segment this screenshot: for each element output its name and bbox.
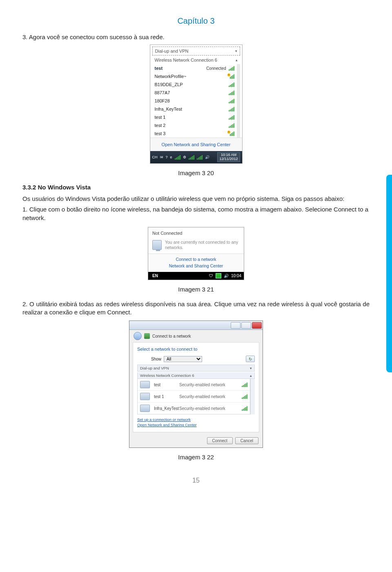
net-name: test xyxy=(155,66,207,71)
network-row[interactable]: B19DDE_ZLP xyxy=(152,80,237,89)
net-name: Infra_KeyTest xyxy=(154,406,179,411)
net-name: test 1 xyxy=(154,394,179,399)
net-name: test 2 xyxy=(155,123,229,128)
network-globe-icon xyxy=(144,333,150,339)
network-list: testConnected NetworkProfile~! B19DDE_ZL… xyxy=(152,64,240,138)
monitor-icon xyxy=(140,381,150,388)
maximize-button[interactable] xyxy=(241,322,251,329)
net-name: 180F28 xyxy=(155,98,229,103)
tray-icon[interactable]: 🛡 xyxy=(209,274,213,278)
monitor-icon xyxy=(152,240,162,250)
group-wnc[interactable]: Wireless Network Connection 6 ▴ xyxy=(137,372,255,379)
clock[interactable]: 10:16 AM 12/11/2012 xyxy=(217,152,240,162)
scrollbar[interactable] xyxy=(250,379,255,414)
taskbar: EN 🛡 🔊 10:04 xyxy=(148,272,244,280)
page-number: 15 xyxy=(22,477,370,484)
network-row[interactable]: NetworkProfile~! xyxy=(152,72,237,80)
network-row[interactable]: testConnected xyxy=(152,64,237,72)
net-name: B19DDE_ZLP xyxy=(155,82,229,87)
show-select[interactable]: All xyxy=(164,356,202,362)
network-row[interactable]: test 1Security-enabled network xyxy=(138,390,250,402)
lang-indicator[interactable]: CH xyxy=(152,155,158,159)
signal-icon xyxy=(229,107,234,111)
tray-icon[interactable]: e xyxy=(170,155,172,159)
net-name: NetworkProfile~ xyxy=(155,74,229,79)
signal-icon xyxy=(229,82,234,87)
caption-1: Imagem 3 20 xyxy=(22,169,370,176)
net-name: test 3 xyxy=(155,131,229,136)
signal-icon: ! xyxy=(229,74,234,79)
clock-time[interactable]: 10:04 xyxy=(231,274,241,278)
taskbar: CH ✉ ? e ⚙ 🔊 10:16 AM 12/11/2012 xyxy=(150,151,242,163)
network-row[interactable]: 8877A7 xyxy=(152,89,237,97)
chapter-title: Capítulo 3 xyxy=(22,16,370,26)
connect-network-link[interactable]: Connect to a network xyxy=(148,256,244,263)
show-label: Show xyxy=(151,357,161,361)
caption-2: Imagem 3 21 xyxy=(22,286,370,293)
chevron-down-icon: ▾ xyxy=(250,366,252,370)
monitor-icon xyxy=(140,405,150,412)
signal-icon xyxy=(242,406,247,411)
net-security: Security-enabled network xyxy=(179,406,242,411)
network-row[interactable]: Infra_KeyTestSecurity-enabled network xyxy=(138,402,250,414)
wnc-label: Wireless Network Connection 6 xyxy=(155,58,217,62)
dialup-row[interactable]: Dial-up and VPN ▾ xyxy=(152,47,240,56)
net-security: Security-enabled network xyxy=(179,394,242,399)
screenshot-win7-flyout: Dial-up and VPN ▾ Wireless Network Conne… xyxy=(150,45,243,164)
monitor-icon xyxy=(140,393,150,400)
net-name: Infra_KeyTest xyxy=(155,107,229,111)
network-row[interactable]: Infra_KeyTest xyxy=(152,105,237,113)
signal-icon xyxy=(229,115,234,120)
setup-connection-link[interactable]: Set up a connection or network xyxy=(137,417,255,422)
para-1: Os usuários do Windows Vista poderão uti… xyxy=(22,195,370,203)
section-heading: 3.3.2 No Windows Vista xyxy=(22,184,370,191)
para-3: 2. O utilitário exibirá todas as redes w… xyxy=(22,300,370,317)
net-name: test xyxy=(154,383,179,387)
net-name: 8877A7 xyxy=(155,90,229,95)
dialup-label: Dial-up and VPN xyxy=(155,49,189,53)
refresh-button[interactable]: ↻ xyxy=(246,356,255,362)
tray-icon[interactable]: ✉ xyxy=(160,155,163,159)
network-icon[interactable] xyxy=(216,273,221,278)
connect-button[interactable]: Connect xyxy=(207,437,233,444)
net-security: Security-enabled network xyxy=(179,383,242,387)
para-2: 1. Clique com o botão direito no ícone w… xyxy=(22,205,370,222)
not-connected-msg: You are currently not connected to any n… xyxy=(165,240,240,250)
sharing-center-link[interactable]: Network and Sharing Center xyxy=(148,263,244,269)
close-button[interactable] xyxy=(252,322,262,329)
cancel-button[interactable]: Cancel xyxy=(235,437,258,444)
chevron-up-icon: ▴ xyxy=(250,374,252,378)
signal-icon[interactable] xyxy=(189,155,194,160)
group-dialup[interactable]: Dial-up and VPN ▾ xyxy=(137,365,255,372)
network-row[interactable]: test 2 xyxy=(152,121,237,129)
links-panel: Connect to a network Network and Sharing… xyxy=(148,254,244,272)
network-row[interactable]: test 3! xyxy=(152,129,237,138)
network-row[interactable]: testSecurity-enabled network xyxy=(138,379,250,390)
signal-icon xyxy=(242,394,247,399)
volume-icon[interactable]: 🔊 xyxy=(205,155,209,159)
signal-icon xyxy=(229,66,234,71)
signal-icon[interactable] xyxy=(175,155,180,160)
signal-icon: ! xyxy=(229,131,234,136)
volume-icon[interactable]: 🔊 xyxy=(224,274,229,278)
back-button[interactable] xyxy=(134,332,142,340)
net-name: test 1 xyxy=(155,115,229,120)
chevron-down-icon: ▾ xyxy=(235,49,237,53)
open-network-center-link[interactable]: Open Network and Sharing Center xyxy=(150,138,242,151)
minimize-button[interactable] xyxy=(231,322,241,329)
signal-icon xyxy=(229,123,234,128)
intro-text: 3. Agora você se conectou com sucesso à … xyxy=(22,33,370,41)
wnc-row[interactable]: Wireless Network Connection 6 ▴ xyxy=(150,56,242,64)
screenshot-vista-notconnected: Not Connected You are currently not conn… xyxy=(148,227,244,280)
tray-icon[interactable]: ? xyxy=(166,155,168,159)
network-row[interactable]: test 1 xyxy=(152,113,237,121)
signal-icon xyxy=(242,383,247,387)
signal-icon[interactable] xyxy=(197,155,203,160)
network-list: testSecurity-enabled network test 1Secur… xyxy=(137,379,250,414)
tray-icon[interactable]: ⚙ xyxy=(183,155,186,159)
network-row[interactable]: 180F28 xyxy=(152,97,237,105)
window-header: Connect to a network xyxy=(129,330,263,342)
lang-indicator[interactable]: EN xyxy=(152,274,158,278)
open-sharing-center-link[interactable]: Open Network and Sharing Center xyxy=(137,422,255,427)
window-title: Connect to a network xyxy=(152,334,191,338)
